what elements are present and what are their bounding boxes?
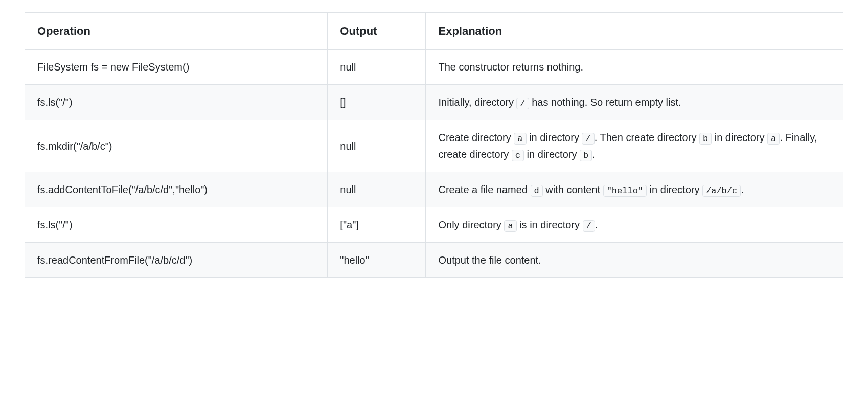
cell-output: [] bbox=[328, 85, 426, 120]
cell-operation: fs.addContentToFile("/a/b/c/d","hello") bbox=[25, 172, 328, 207]
inline-code: b bbox=[699, 133, 712, 145]
inline-code: / bbox=[582, 133, 594, 145]
inline-code: / bbox=[583, 220, 595, 232]
inline-code: /a/b/c bbox=[702, 185, 741, 197]
table-row: FileSystem fs = new FileSystem()nullThe … bbox=[25, 50, 843, 85]
inline-code: a bbox=[514, 133, 526, 145]
cell-explanation: Only directory a is in directory /. bbox=[426, 207, 843, 242]
cell-output: null bbox=[328, 172, 426, 207]
table-row: fs.ls("/")[]Initially, directory / has n… bbox=[25, 85, 843, 120]
cell-explanation: Initially, directory / has nothing. So r… bbox=[426, 85, 843, 120]
table-row: fs.addContentToFile("/a/b/c/d","hello")n… bbox=[25, 172, 843, 207]
cell-operation: fs.ls("/") bbox=[25, 85, 328, 120]
cell-operation: fs.ls("/") bbox=[25, 207, 328, 242]
cell-output: null bbox=[328, 120, 426, 172]
table-header-row: Operation Output Explanation bbox=[25, 13, 843, 50]
header-operation: Operation bbox=[25, 13, 328, 50]
inline-code: / bbox=[516, 98, 529, 109]
cell-output: "hello" bbox=[328, 243, 426, 278]
inline-code: b bbox=[580, 150, 592, 161]
cell-operation: FileSystem fs = new FileSystem() bbox=[25, 50, 328, 85]
inline-code: "hello" bbox=[603, 185, 647, 197]
table-row: fs.mkdir("/a/b/c")nullCreate directory a… bbox=[25, 120, 843, 172]
header-explanation: Explanation bbox=[426, 13, 843, 50]
cell-output: ["a"] bbox=[328, 207, 426, 242]
cell-output: null bbox=[328, 50, 426, 85]
inline-code: a bbox=[504, 220, 516, 232]
cell-explanation: Create a file named d with content "hell… bbox=[426, 172, 843, 207]
inline-code: c bbox=[512, 150, 524, 161]
cell-explanation: Output the file content. bbox=[426, 243, 843, 278]
inline-code: d bbox=[531, 185, 543, 197]
header-output: Output bbox=[328, 13, 426, 50]
filesystem-operations-table: Operation Output Explanation FileSystem … bbox=[25, 12, 843, 278]
table-row: fs.readContentFromFile("/a/b/c/d")"hello… bbox=[25, 243, 843, 278]
table-body: FileSystem fs = new FileSystem()nullThe … bbox=[25, 50, 843, 278]
cell-explanation: Create directory a in directory /. Then … bbox=[426, 120, 843, 172]
cell-explanation: The constructor returns nothing. bbox=[426, 50, 843, 85]
cell-operation: fs.mkdir("/a/b/c") bbox=[25, 120, 328, 172]
cell-operation: fs.readContentFromFile("/a/b/c/d") bbox=[25, 243, 328, 278]
inline-code: a bbox=[767, 133, 780, 145]
table-row: fs.ls("/")["a"]Only directory a is in di… bbox=[25, 207, 843, 242]
